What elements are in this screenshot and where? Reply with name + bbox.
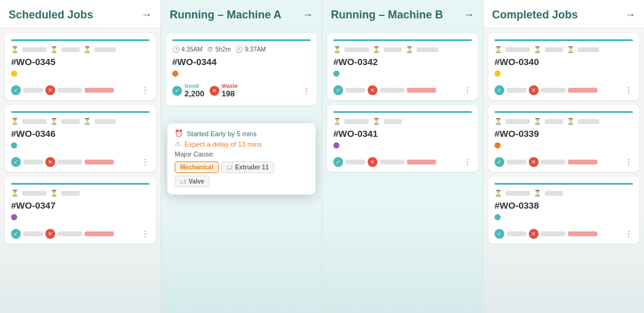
more-menu[interactable]: ⋮ bbox=[463, 85, 472, 95]
more-menu[interactable]: ⋮ bbox=[302, 86, 311, 96]
column-arrow-running-a[interactable]: → bbox=[302, 9, 313, 21]
more-menu[interactable]: ⋮ bbox=[624, 85, 633, 95]
delay-icon: ⚠ bbox=[175, 140, 181, 148]
tag-l2[interactable]: L2 Extruder 11 bbox=[221, 161, 275, 173]
card-bottom-row: ✓ ✕ ⋮ bbox=[333, 157, 472, 167]
card-top-bar bbox=[11, 39, 150, 41]
column-header-running-b: Running – Machine B → bbox=[322, 0, 483, 28]
wo-number: #WO-0347 bbox=[11, 200, 150, 211]
hourglass-icon: ⏳ bbox=[494, 190, 502, 196]
x-icon: ✕ bbox=[368, 157, 377, 167]
check-icon: ✓ bbox=[333, 157, 343, 167]
bg-decoration bbox=[161, 203, 322, 313]
hourglass-icon-3: ⏳ bbox=[406, 46, 413, 53]
text-ph-2 bbox=[545, 191, 563, 196]
popup-started-early-row: ⏰ Started Early by 5 mins bbox=[175, 129, 308, 137]
more-menu[interactable]: ⋮ bbox=[141, 157, 150, 167]
hourglass-icon-2: ⏳ bbox=[50, 190, 58, 196]
tag-l3[interactable]: L3 Valve bbox=[175, 176, 210, 187]
column-completed: Completed Jobs → ⏳ ⏳ ⏳ #WO-0340 ✓ bbox=[483, 0, 644, 313]
x-icon: ✕ bbox=[45, 85, 55, 95]
more-menu[interactable]: ⋮ bbox=[141, 85, 150, 95]
card-bottom-row: ✓ ✕ ⋮ bbox=[494, 85, 633, 95]
more-menu[interactable]: ⋮ bbox=[624, 157, 633, 167]
bar-red bbox=[85, 88, 114, 93]
status-dot bbox=[333, 71, 339, 77]
status-dot bbox=[494, 214, 501, 220]
column-arrow-running-b[interactable]: → bbox=[463, 9, 474, 21]
more-menu[interactable]: ⋮ bbox=[141, 229, 150, 239]
bar-red bbox=[85, 160, 114, 164]
hourglass-icon: ⏳ bbox=[333, 118, 341, 125]
hourglass-icon: ⏳ bbox=[11, 46, 18, 53]
hourglass-icon: ⏳ bbox=[11, 190, 18, 196]
hourglass-icon-2: ⏳ bbox=[373, 118, 380, 125]
wo-number: #WO-0342 bbox=[333, 56, 472, 67]
text-ph bbox=[22, 119, 47, 124]
card-wo-0345[interactable]: ⏳ ⏳ ⏳ #WO-0345 ✓ ✕ ⋮ bbox=[5, 33, 156, 100]
bar-medium bbox=[541, 160, 566, 164]
text-ph bbox=[506, 47, 530, 52]
more-menu[interactable]: ⋮ bbox=[463, 157, 472, 167]
status-dot bbox=[11, 71, 17, 77]
card-wo-0342[interactable]: ⏳ ⏳ ⏳ #WO-0342 ✓ ✕ ⋮ bbox=[327, 33, 478, 100]
card-wo-0339[interactable]: ⏳ ⏳ ⏳ #WO-0339 ✓ ✕ ⋮ bbox=[488, 105, 639, 172]
bar-red bbox=[568, 231, 597, 236]
card-wo-0347[interactable]: ⏳ ⏳ #WO-0347 ✓ ✕ ⋮ bbox=[5, 177, 156, 244]
time-start: 🕐 4:35AM bbox=[172, 46, 202, 53]
started-early-icon: ⏰ bbox=[175, 129, 183, 137]
status-dot bbox=[494, 142, 501, 149]
card-top-bar bbox=[11, 183, 150, 185]
text-ph-2 bbox=[384, 47, 402, 52]
bar-medium bbox=[380, 160, 404, 164]
duration-icon: ⏱ bbox=[207, 46, 213, 53]
status-dot bbox=[172, 71, 178, 77]
column-title-running-b: Running – Machine B bbox=[331, 9, 443, 21]
started-early-text: Started Early by 5 mins bbox=[187, 130, 257, 137]
card-wo-0346[interactable]: ⏳ ⏳ ⏳ #WO-0346 ✓ ✕ ⋮ bbox=[5, 105, 156, 172]
column-title-completed: Completed Jobs bbox=[492, 9, 578, 21]
column-arrow-scheduled[interactable]: → bbox=[141, 9, 152, 21]
card-icons-row: ⏳ ⏳ ⏳ bbox=[11, 46, 150, 53]
check-icon: ✓ bbox=[11, 85, 21, 95]
text-ph bbox=[344, 119, 369, 124]
hourglass-icon: ⏳ bbox=[333, 46, 341, 53]
bar-red bbox=[85, 231, 114, 236]
card-wo-0344[interactable]: 🕐 4:35AM ⏱ 5h2m 🕙 9:37AM #WO-0344 bbox=[166, 33, 317, 106]
wo-number: #WO-0344 bbox=[172, 56, 311, 67]
column-arrow-completed[interactable]: → bbox=[624, 9, 635, 21]
card-wo-0338[interactable]: ⏳ ⏳ #WO-0338 ✓ ✕ ⋮ bbox=[488, 177, 639, 244]
bar-red bbox=[568, 160, 597, 164]
text-ph-2 bbox=[384, 119, 402, 124]
card-bottom-row: ✓ ✕ ⋮ bbox=[333, 85, 472, 95]
card-top-bar bbox=[333, 39, 472, 41]
wo-number: #WO-0340 bbox=[494, 56, 633, 67]
text-ph bbox=[22, 191, 47, 196]
text-ph-2 bbox=[545, 47, 563, 52]
bar-short bbox=[346, 160, 365, 164]
tag-mechanical[interactable]: Mechanical bbox=[175, 161, 219, 173]
bar-short bbox=[507, 160, 526, 164]
column-header-running-a: Running – Machine A → bbox=[161, 0, 322, 28]
delay-popup: ⏰ Started Early by 5 mins ⚠ Expect a del… bbox=[167, 123, 316, 195]
card-wo-0341[interactable]: ⏳ ⏳ #WO-0341 ✓ ✕ ⋮ bbox=[327, 105, 478, 172]
card-top-bar bbox=[11, 111, 150, 113]
wo-number: #WO-0345 bbox=[11, 56, 150, 67]
column-scheduled: Scheduled Jobs → ⏳ ⏳ ⏳ #WO-0345 ✓ bbox=[0, 0, 161, 313]
card-top-bar bbox=[494, 111, 633, 113]
check-icon: ✓ bbox=[494, 229, 504, 239]
column-header-scheduled: Scheduled Jobs → bbox=[0, 0, 161, 28]
text-ph-3 bbox=[578, 47, 599, 52]
text-ph bbox=[506, 191, 530, 196]
cause-label: Major Cause: bbox=[175, 150, 308, 158]
x-icon: ✕ bbox=[529, 229, 539, 239]
text-ph-3 bbox=[417, 47, 438, 52]
column-title-scheduled: Scheduled Jobs bbox=[9, 9, 93, 21]
column-header-completed: Completed Jobs → bbox=[483, 0, 644, 28]
column-running-b: Running – Machine B → ⏳ ⏳ ⏳ #WO-0342 ✓ bbox=[322, 0, 483, 313]
card-wo-0340[interactable]: ⏳ ⏳ ⏳ #WO-0340 ✓ ✕ ⋮ bbox=[488, 33, 639, 100]
more-menu[interactable]: ⋮ bbox=[624, 229, 633, 239]
card-bottom-row: ✓ ✕ ⋮ bbox=[11, 85, 150, 95]
card-bottom-row: ✓ ✕ ⋮ bbox=[11, 157, 150, 167]
text-ph-2 bbox=[61, 119, 80, 124]
